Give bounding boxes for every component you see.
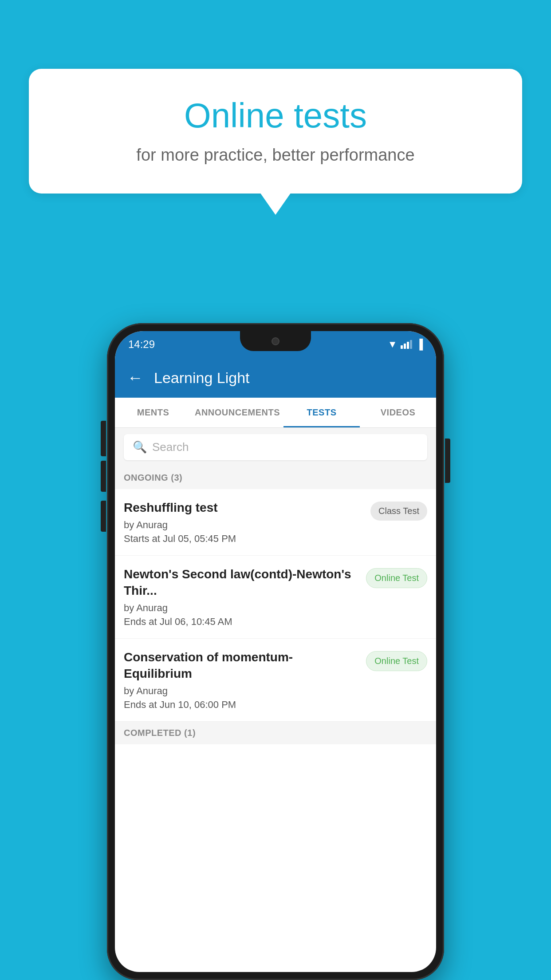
tabs-bar: MENTS ANNOUNCEMENTS TESTS VIDEOS <box>115 398 436 428</box>
test-badge-reshuffling: Class Test <box>370 502 427 521</box>
test-name-conservation: Conservation of momentum-Equilibrium <box>124 649 360 682</box>
test-author-newtons: by Anurag <box>124 602 360 614</box>
signal-bar-3 <box>407 342 409 349</box>
completed-section-label: COMPLETED (1) <box>115 722 436 744</box>
ongoing-section-label: ONGOING (3) <box>115 466 436 489</box>
test-badge-newtons: Online Test <box>366 568 427 588</box>
status-time: 14:29 <box>128 338 155 351</box>
test-info-newtons: Newton's Second law(contd)-Newton's Thir… <box>124 566 360 628</box>
test-date-conservation: Ends at Jun 10, 06:00 PM <box>124 699 360 711</box>
test-badge-conservation: Online Test <box>366 651 427 671</box>
test-info-conservation: Conservation of momentum-Equilibrium by … <box>124 649 360 711</box>
app-title: Learning Light <box>154 369 250 387</box>
signal-bar-1 <box>401 345 403 349</box>
test-name-newtons: Newton's Second law(contd)-Newton's Thir… <box>124 566 360 599</box>
tab-tests[interactable]: TESTS <box>283 398 360 427</box>
search-placeholder: Search <box>152 440 189 454</box>
front-camera <box>272 337 279 345</box>
phone-screen: 14:29 ▼ ▐ ← Learning Light <box>115 331 436 972</box>
app-header: ← Learning Light <box>115 358 436 398</box>
phone-outer-shell: 14:29 ▼ ▐ ← Learning Light <box>107 323 444 980</box>
back-button[interactable]: ← <box>127 368 143 387</box>
test-name-reshuffling: Reshuffling test <box>124 500 364 516</box>
signal-bar-2 <box>404 344 406 349</box>
test-date-reshuffling: Starts at Jul 05, 05:45 PM <box>124 533 364 545</box>
bubble-subtitle: for more practice, better performance <box>64 146 487 165</box>
test-author-conservation: by Anurag <box>124 685 360 697</box>
tab-videos[interactable]: VIDEOS <box>360 398 436 427</box>
test-author-reshuffling: by Anurag <box>124 519 364 531</box>
signal-bar-4 <box>410 340 412 349</box>
signal-icon <box>401 340 412 349</box>
search-bar[interactable]: 🔍 Search <box>124 434 427 460</box>
volume-down-button <box>101 501 106 532</box>
search-icon: 🔍 <box>133 440 147 454</box>
volume-up-button <box>101 461 106 492</box>
phone-notch <box>240 331 311 351</box>
test-item-reshuffling[interactable]: Reshuffling test by Anurag Starts at Jul… <box>115 489 436 556</box>
battery-icon: ▐ <box>416 339 423 350</box>
test-item-conservation[interactable]: Conservation of momentum-Equilibrium by … <box>115 639 436 722</box>
bubble-card: Online tests for more practice, better p… <box>29 69 522 194</box>
bubble-title: Online tests <box>64 95 487 136</box>
tab-ments[interactable]: MENTS <box>115 398 191 427</box>
test-item-newtons[interactable]: Newton's Second law(contd)-Newton's Thir… <box>115 556 436 639</box>
status-icons: ▼ ▐ <box>388 339 423 350</box>
promo-bubble: Online tests for more practice, better p… <box>29 69 522 194</box>
wifi-icon: ▼ <box>388 339 398 350</box>
test-date-newtons: Ends at Jul 06, 10:45 AM <box>124 616 360 628</box>
phone-mockup: 14:29 ▼ ▐ ← Learning Light <box>107 323 444 980</box>
test-list: Reshuffling test by Anurag Starts at Jul… <box>115 489 436 722</box>
tab-announcements[interactable]: ANNOUNCEMENTS <box>191 398 283 427</box>
search-container: 🔍 Search <box>115 428 436 466</box>
test-info-reshuffling: Reshuffling test by Anurag Starts at Jul… <box>124 500 364 545</box>
